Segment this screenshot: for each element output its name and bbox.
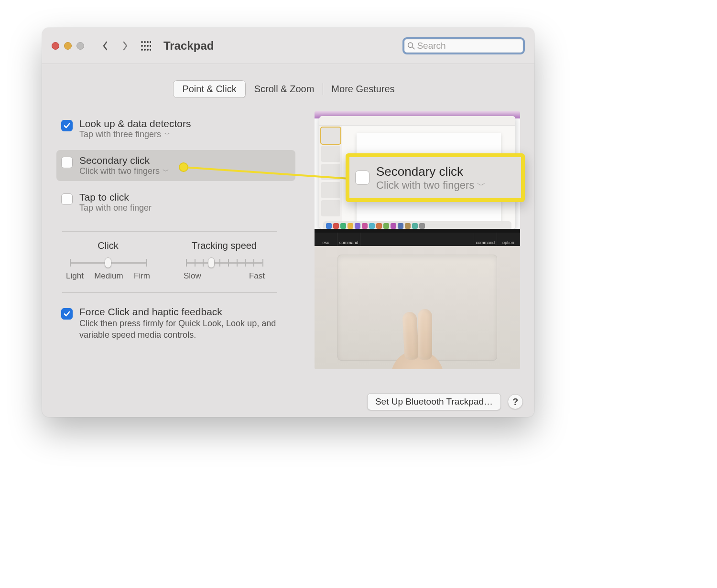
option-force-sub: Click then press firmly for Quick Look, … xyxy=(79,318,280,341)
svg-point-8 xyxy=(141,49,143,51)
window-controls xyxy=(52,42,84,50)
option-secondary-click: Secondary click Click with two fingers ﹀ xyxy=(56,150,295,181)
svg-point-0 xyxy=(141,41,143,43)
forward-button[interactable] xyxy=(118,36,133,55)
show-all-icon[interactable] xyxy=(141,41,151,51)
tab-more-gestures[interactable]: More Gestures xyxy=(323,80,403,98)
click-label-firm: Firm xyxy=(134,271,150,281)
gesture-preview: MARKET Home-style prepared foods and nec… xyxy=(315,111,520,369)
click-label-light: Light xyxy=(66,271,84,281)
bottom-button-row: Set Up Bluetooth Trackpad… ? xyxy=(42,386,534,417)
chevron-down-icon: ﹀ xyxy=(164,130,171,139)
titlebar: Trackpad xyxy=(42,28,534,64)
back-button[interactable] xyxy=(98,36,113,55)
setup-bluetooth-trackpad-button[interactable]: Set Up Bluetooth Trackpad… xyxy=(367,393,501,410)
svg-point-2 xyxy=(147,41,149,43)
window-title: Trackpad xyxy=(163,39,214,53)
callout-dropdown[interactable]: Click with two fingers ﹀ xyxy=(376,179,486,192)
search-icon xyxy=(407,42,415,50)
preview-keyboard-row: esc command command option xyxy=(315,233,520,246)
callout-secondary-click: Secondary click Click with two fingers ﹀ xyxy=(346,153,525,202)
checkbox-secondary-click[interactable] xyxy=(61,157,73,168)
option-tap-sub: Tap with one finger xyxy=(79,203,152,213)
checkbox-force-click[interactable] xyxy=(61,308,73,320)
divider xyxy=(62,292,277,293)
search-input[interactable] xyxy=(417,41,520,51)
callout-sub: Click with two fingers xyxy=(376,179,474,192)
svg-point-5 xyxy=(144,45,146,47)
option-force-title: Force Click and haptic feedback xyxy=(79,306,280,318)
preview-hand xyxy=(386,307,448,369)
svg-point-4 xyxy=(141,45,143,47)
click-slider-group: Click Light Medium Firm xyxy=(66,240,150,281)
svg-point-1 xyxy=(144,41,146,43)
option-force-click: Force Click and haptic feedback Click th… xyxy=(56,301,295,346)
checkbox-lookup[interactable] xyxy=(61,120,73,131)
chevron-down-icon: ﹀ xyxy=(477,180,486,191)
preview-trackpad-area xyxy=(315,246,520,369)
checkbox-tap-to-click[interactable] xyxy=(61,193,73,205)
option-tap-title: Tap to click xyxy=(79,192,152,203)
tracking-slider[interactable] xyxy=(186,257,262,268)
tracking-slider-group: Tracking speed Slow Fast xyxy=(184,240,265,281)
tracking-slider-thumb[interactable] xyxy=(208,257,215,268)
tracking-slider-title: Tracking speed xyxy=(192,240,257,251)
zoom-window-button[interactable] xyxy=(76,42,84,50)
option-secondary-title: Secondary click xyxy=(79,155,169,166)
click-label-medium: Medium xyxy=(94,271,123,281)
divider xyxy=(62,231,277,232)
help-button[interactable]: ? xyxy=(508,394,523,409)
tracking-label-slow: Slow xyxy=(184,271,201,281)
segmented-control: Point & Click Scroll & Zoom More Gesture… xyxy=(173,80,403,98)
svg-point-3 xyxy=(150,41,151,43)
option-tap-to-click: Tap to click Tap with one finger xyxy=(56,187,295,218)
sliders-row: Click Light Medium Firm Tr xyxy=(56,240,295,281)
tab-scroll-and-zoom[interactable]: Scroll & Zoom xyxy=(246,80,323,98)
minimize-window-button[interactable] xyxy=(64,42,72,50)
option-secondary-dropdown[interactable]: Click with two fingers ﹀ xyxy=(79,166,169,176)
svg-point-12 xyxy=(408,43,413,47)
tracking-label-fast: Fast xyxy=(249,271,265,281)
option-lookup-dropdown[interactable]: Tap with three fingers ﹀ xyxy=(79,129,191,139)
chevron-down-icon: ﹀ xyxy=(163,167,169,176)
svg-point-7 xyxy=(150,45,151,47)
preview-column: MARKET Home-style prepared foods and nec… xyxy=(315,111,520,369)
preferences-window: Trackpad Point & Click Scroll & Zoom Mor… xyxy=(42,28,534,417)
svg-point-9 xyxy=(144,49,146,51)
callout-title: Secondary click xyxy=(376,164,486,179)
option-lookup: Look up & data detectors Tap with three … xyxy=(56,113,295,144)
option-lookup-title: Look up & data detectors xyxy=(79,118,191,129)
body: Look up & data detectors Tap with three … xyxy=(42,98,534,379)
click-slider-title: Click xyxy=(98,240,118,251)
tab-point-and-click[interactable]: Point & Click xyxy=(173,80,245,98)
search-field-wrapper[interactable] xyxy=(402,37,525,54)
tab-row: Point & Click Scroll & Zoom More Gesture… xyxy=(42,64,534,98)
click-slider[interactable] xyxy=(70,257,146,268)
option-secondary-sub: Click with two fingers xyxy=(79,166,160,176)
click-slider-thumb[interactable] xyxy=(105,257,111,268)
svg-point-10 xyxy=(147,49,149,51)
option-lookup-sub: Tap with three fingers xyxy=(79,129,161,139)
options-column: Look up & data detectors Tap with three … xyxy=(56,111,295,369)
svg-point-6 xyxy=(147,45,149,47)
svg-point-11 xyxy=(150,49,151,51)
close-window-button[interactable] xyxy=(52,42,59,50)
svg-line-13 xyxy=(413,47,414,49)
callout-checkbox[interactable] xyxy=(355,171,369,185)
